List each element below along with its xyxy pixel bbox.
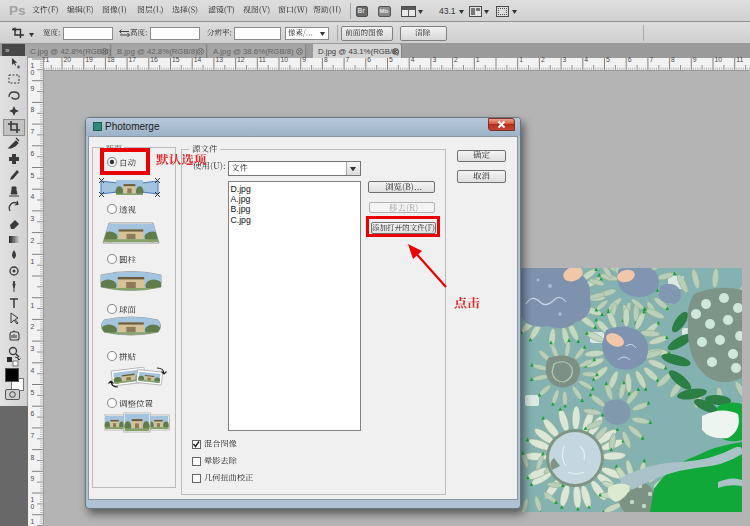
svg-text:1: 1	[31, 302, 35, 309]
svg-text:1: 1	[31, 496, 35, 503]
svg-text:0: 0	[31, 69, 35, 76]
svg-text:3: 3	[31, 215, 35, 222]
svg-text:4: 4	[31, 367, 35, 374]
svg-text:9: 9	[31, 475, 35, 482]
svg-text:2: 2	[31, 323, 35, 330]
svg-text:1: 1	[31, 62, 35, 69]
svg-text:2: 2	[31, 237, 35, 244]
svg-text:4: 4	[31, 193, 35, 200]
svg-text:8: 8	[31, 454, 35, 461]
svg-text:6: 6	[31, 150, 35, 157]
svg-text:3: 3	[31, 345, 35, 352]
svg-text:6: 6	[31, 410, 35, 417]
svg-text:7: 7	[31, 432, 35, 439]
svg-text:5: 5	[31, 172, 35, 179]
svg-text:5: 5	[31, 389, 35, 396]
svg-text:8: 8	[31, 106, 35, 113]
svg-text:1: 1	[31, 518, 35, 525]
svg-text:0: 0	[31, 503, 35, 510]
svg-text:9: 9	[31, 85, 35, 92]
svg-text:1: 1	[31, 258, 35, 265]
svg-text:7: 7	[31, 128, 35, 135]
